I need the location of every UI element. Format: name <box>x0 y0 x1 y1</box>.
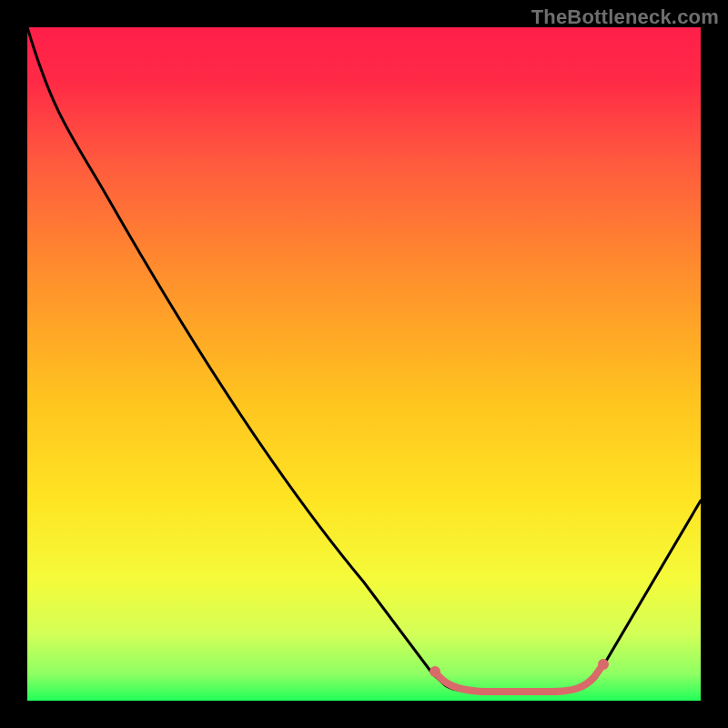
bottleneck-chart <box>0 0 728 728</box>
watermark-label: TheBottleneck.com <box>531 5 719 29</box>
highlight-dot-right <box>598 659 609 670</box>
chart-container: TheBottleneck.com <box>0 0 728 728</box>
highlight-dot-left <box>430 666 440 677</box>
plot-area <box>27 27 701 701</box>
